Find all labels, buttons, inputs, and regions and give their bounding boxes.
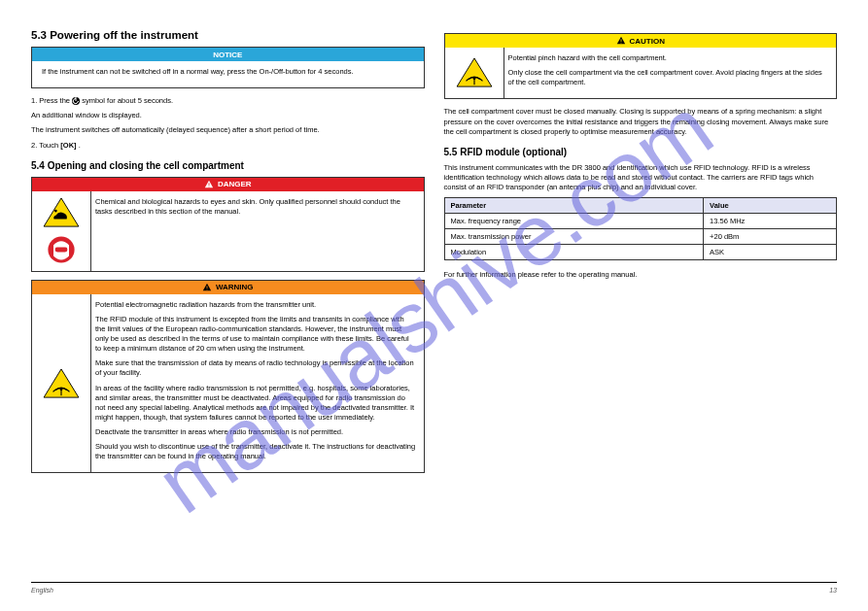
info-text: An additional window is displayed. [31,111,425,120]
td: ASK [704,245,837,260]
svg-rect-5 [206,286,207,289]
step-text-2: 2. Touch [OK] . [31,141,425,151]
svg-rect-6 [206,289,207,289]
notice-banner: NOTICE [32,48,424,61]
caution-banner-label: CAUTION [630,37,665,46]
td: Max. transmission power [444,229,704,245]
svg-rect-10 [620,43,621,44]
caution-box: CAUTION Potential pinch hazard with the … [444,33,838,99]
ppe-face-icon [45,234,78,265]
warning-p3: Make sure that the transmission of data … [95,358,416,378]
page-footer: English 13 [31,582,837,594]
td: 13.56 MHz [704,214,837,229]
svg-rect-1 [208,186,209,187]
caution-p1: Potential pinch hazard with the cell com… [508,53,829,63]
table-row: Parameter Value [444,198,837,214]
footer-left: English [31,587,53,594]
svg-point-2 [54,209,57,212]
warning-p1: Potential electromagnetic radiation haza… [95,300,416,310]
warning-triangle-icon [204,180,214,189]
warning-banner-label: WARNING [216,283,254,291]
warning-triangle-icon [616,36,626,46]
svg-rect-4 [55,247,68,252]
notice-text-1: If the instrument can not be switched of… [42,67,416,77]
svg-rect-0 [208,183,209,186]
caution-p2: Only close the cell compartment via the … [508,68,829,87]
warning-p4: In areas of the facility where radio tra… [95,384,416,424]
power-icon [72,97,80,105]
rf-hazard-icon [456,57,493,88]
para-rfid-desc: This instrument communicates with the DR… [444,163,838,192]
warning-box: WARNING Potential electromagnetic radiat… [31,280,425,474]
step-text-b: symbol for about 5 seconds. [82,96,173,105]
section-title-poweroff: 5.3 Powering off the instrument [31,29,425,41]
td: +20 dBm [704,229,837,245]
td: Max. frequency range [444,214,704,229]
caution-banner: CAUTION [445,34,837,48]
step-text: 1. Press the symbol for about 5 seconds. [31,96,425,106]
table-row: Modulation ASK [444,245,837,260]
warning-p6: Should you wish to discontinue use of th… [95,442,416,461]
svg-rect-9 [620,39,621,42]
footer-right: 13 [829,587,837,594]
info-text-2: The instrument switches off automaticall… [31,125,425,135]
td: Modulation [444,245,704,260]
step-text-a: 1. Press the [31,96,72,105]
rf-hazard-icon [43,368,80,399]
table-row: Max. frequency range 13.56 MHz [444,214,837,229]
section-title-rfid: 5.5 RFID module (optional) [444,147,838,157]
danger-banner-label: DANGER [218,180,252,188]
notice-box: NOTICE If the instrument can not be swit… [31,47,425,88]
s2a: 2. Touch [31,141,60,150]
warning-triangle-icon [202,283,212,292]
th-parameter: Parameter [444,198,704,214]
para-cell-cover: The cell compartment cover must be close… [444,107,838,136]
s2c: . [79,141,81,150]
rfid-spec-table: Parameter Value Max. frequency range 13.… [444,197,838,260]
danger-banner: DANGER [32,178,424,191]
warning-p5: Deactivate the transmitter in areas wher… [95,427,416,437]
para-further-info: For further information please refer to … [444,270,838,280]
s2b: [OK] [60,141,76,150]
danger-text: Chemical and biological hazards to eyes … [95,197,416,217]
warning-banner: WARNING [32,281,424,294]
table-row: Max. transmission power +20 dBm [444,229,837,245]
section-title-cell: 5.4 Opening and closing the cell compart… [31,160,425,171]
th-value: Value [704,198,837,214]
notice-banner-label: NOTICE [213,51,242,59]
chemical-hazard-icon [43,197,80,228]
danger-box: DANGER Chemical and biologi [31,177,425,272]
warning-p2: The RFID module of this instrument is ex… [95,315,416,355]
